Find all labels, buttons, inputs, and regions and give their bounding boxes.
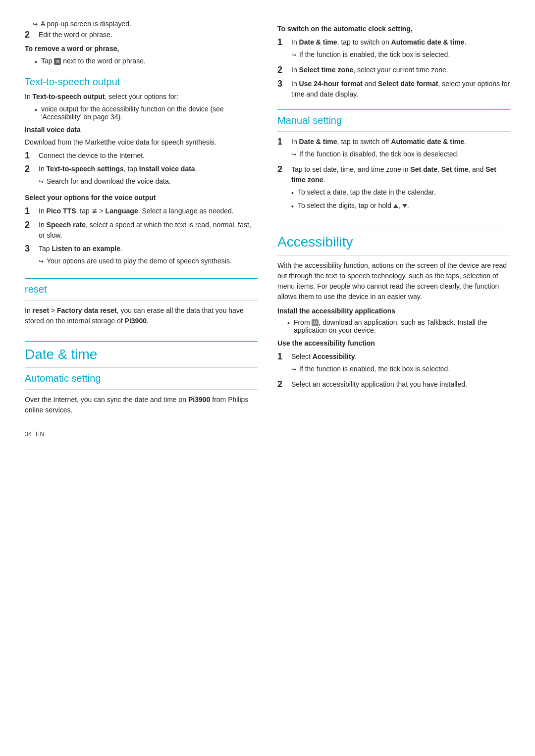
manual-steps: 1 In Date & time, tap to switch off Auto…: [277, 137, 510, 214]
install-step2-arrow-text: Search for and download the voice data.: [47, 176, 171, 187]
auto-sub-divider: [25, 389, 258, 390]
auto-clock-steps: 1 In Date & time, tap to switch on Autom…: [277, 37, 510, 100]
auto-step1-num: 1: [277, 37, 286, 48]
datetime-section: Date & time Automatic setting Over the I…: [25, 341, 258, 415]
auto-clock-step-3: 3 In Use 24-hour format and Select date …: [277, 79, 510, 100]
manual-step1-arrow: ↪ If the function is disabled, the tick …: [291, 149, 510, 159]
voice-step-2: 2 In Speech rate, select a speed at whic…: [25, 220, 258, 241]
reset-sub-divider: [25, 300, 258, 301]
manual-bullet1-text: To select a date, tap the date in the ca…: [298, 187, 436, 198]
auto-setting-text: Over the Internet, you can sync the date…: [25, 395, 258, 415]
manual-divider: [277, 109, 510, 110]
use-acc-steps: 1 Select Accessibility. ↪ If the functio…: [277, 352, 510, 390]
install-acc-heading: Install the accessibility applications: [277, 306, 510, 316]
auto-step2-text: In Select time zone, select your current…: [291, 65, 510, 75]
auto-step1-arrow-text: If the function is enabled, the tick box…: [299, 50, 450, 60]
auto-step2-num: 2: [277, 65, 286, 76]
voice-steps: 1 In Pico TTS, tap ≢ > Language. Select …: [25, 206, 258, 268]
voice-step3-arrow-text: Your options are used to play the demo o…: [47, 256, 232, 266]
page-number: 34: [25, 430, 32, 438]
left-column: ↪ A pop-up screen is displayed. 2 Edit t…: [25, 20, 258, 438]
manual-title: Manual setting: [277, 115, 510, 126]
accessibility-title: Accessibility: [277, 234, 510, 250]
voice-step2-num: 2: [25, 220, 34, 231]
install-step2-text: In Text-to-speech settings, tap Install …: [39, 164, 258, 189]
reset-title: reset: [25, 284, 258, 295]
use-acc-heading: Use the accessibility function: [277, 338, 510, 349]
tts-bold: Text-to-speech output: [33, 93, 105, 101]
switch-on-heading: To switch on the automatic clock setting…: [277, 24, 510, 34]
auto-step3-text: In Use 24-hour format and Select date fo…: [291, 79, 510, 100]
manual-step-1: 1 In Date & time, tap to switch off Auto…: [277, 137, 510, 161]
language-label: EN: [36, 430, 45, 438]
accessibility-divider: [277, 229, 510, 229]
install-voice-text: Download from the Marketthe voice data f…: [25, 137, 258, 148]
arrow-icon-2: ↪: [39, 177, 44, 186]
bullet-dot-1: •: [35, 106, 37, 114]
arrow-item-popup: ↪ A pop-up screen is displayed.: [25, 20, 258, 28]
manual-step2-bullet-2: • To select the digits, tap or hold , .: [291, 201, 510, 212]
triangle-up-icon: [393, 204, 398, 208]
step2-item: 2 Edit the word or phrase.: [25, 30, 258, 41]
manual-step1-arrow-text: If the function is disabled, the tick bo…: [299, 149, 459, 159]
manual-section: Manual setting 1 In Date & time, tap to …: [277, 109, 510, 214]
manual-step2-text: Tap to set date, time, and time zone in …: [291, 164, 510, 214]
use-acc-step-1: 1 Select Accessibility. ↪ If the functio…: [277, 352, 510, 376]
accessibility-sub-divider: [277, 255, 510, 255]
auto-step1-text: In Date & time, tap to switch on Automat…: [291, 37, 510, 62]
manual-step-2: 2 Tap to set date, time, and time zone i…: [277, 164, 510, 214]
bullet-m2: •: [291, 202, 294, 212]
auto-clock-step-2: 2 In Select time zone, select your curre…: [277, 65, 510, 76]
step2-number: 2: [25, 30, 34, 41]
datetime-divider: [25, 341, 258, 342]
tts-bullet-1: • voice output for the accessibility fun…: [25, 105, 258, 121]
acc-step1-arrow: ↪ If the function is enabled, the tick b…: [291, 364, 510, 374]
install-step-1: 1 Connect the device to the Internet.: [25, 151, 258, 161]
install-step2-num: 2: [25, 164, 34, 175]
step2-text: Edit the word or phrase.: [39, 30, 258, 40]
tts-bullet-text-1: voice output for the accessibility funct…: [41, 105, 258, 121]
voice-step3-arrow: ↪ Your options are used to play the demo…: [39, 256, 258, 266]
install-acc-text: From M, download an application, such as…: [294, 318, 510, 334]
reset-divider: [25, 278, 258, 279]
triangle-down-icon: [402, 204, 407, 208]
use-acc-step-2: 2 Select an accessibility application th…: [277, 379, 510, 390]
acc-step1-arrow-text: If the function is enabled, the tick box…: [299, 364, 450, 374]
remove-bullet: • Tap ✕ next to the word or phrase.: [25, 57, 258, 66]
acc-step2-text: Select an accessibility application that…: [291, 379, 510, 390]
remove-heading: To remove a word or phrase,: [25, 44, 258, 54]
arrow-icon-m1: ↪: [291, 150, 296, 159]
auto-step3-num: 3: [277, 79, 286, 90]
reset-section: reset In reset > Factory data reset, you…: [25, 278, 258, 326]
voice-step3-num: 3: [25, 244, 34, 254]
datetime-title: Date & time: [25, 347, 258, 362]
arrow-icon: ↪: [33, 21, 38, 28]
tts-intro: In Text-to-speech output, select your op…: [25, 92, 258, 102]
voice-step2-text: In Speech rate, select a speed at which …: [39, 220, 258, 241]
install-steps: 1 Connect the device to the Internet. 2 …: [25, 151, 258, 189]
manual-step1-num: 1: [277, 137, 286, 148]
tts-title: Text-to-speech output: [25, 76, 258, 88]
arrow-icon-a1: ↪: [291, 50, 296, 59]
manual-sub-divider: [277, 131, 510, 132]
voice-step1-text: In Pico TTS, tap ≢ > Language. Select a …: [39, 206, 258, 216]
voice-step-1: 1 In Pico TTS, tap ≢ > Language. Select …: [25, 206, 258, 217]
bullet-dot: •: [35, 58, 37, 66]
voice-output-heading: Select your options for the voice output: [25, 193, 258, 203]
manual-step2-bullet-1: • To select a date, tap the date in the …: [291, 187, 510, 199]
datetime-sub-divider: [25, 367, 258, 368]
manual-step1-text: In Date & time, tap to switch off Automa…: [291, 137, 510, 161]
market-icon: M: [312, 319, 319, 326]
voice-step3-text: Tap Listen to an example. ↪ Your options…: [39, 244, 258, 268]
trash-icon: ✕: [54, 58, 61, 65]
auto-step1-arrow: ↪ If the function is enabled, the tick b…: [291, 50, 510, 60]
manual-step2-num: 2: [277, 164, 286, 175]
reset-text: In reset > Factory data reset, you can e…: [25, 305, 258, 326]
arrow-icon-3: ↪: [39, 257, 44, 266]
acc-step1-num: 1: [277, 352, 286, 362]
auto-clock-section: To switch on the automatic clock setting…: [277, 24, 510, 100]
install-acc-bullet: • From M, download an application, such …: [277, 318, 510, 334]
install-step2-arrow: ↪ Search for and download the voice data…: [39, 176, 258, 187]
install-step1-num: 1: [25, 151, 34, 161]
voice-step-3: 3 Tap Listen to an example. ↪ Your optio…: [25, 244, 258, 268]
